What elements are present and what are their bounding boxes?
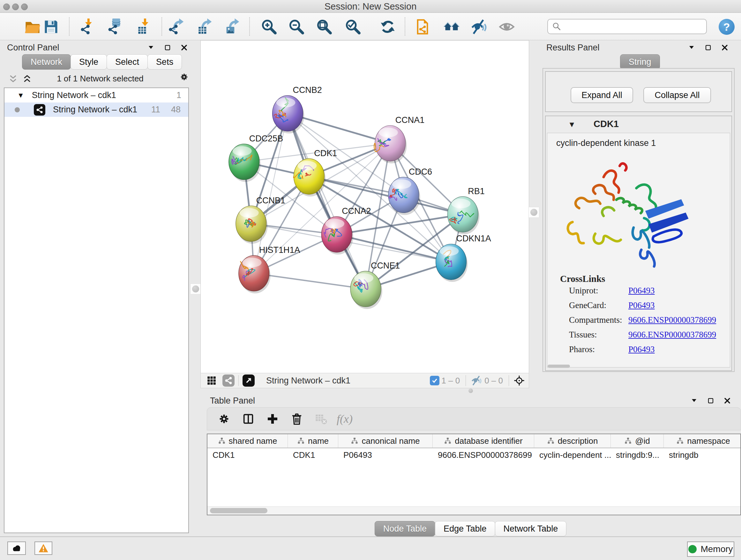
column-header-shared-name[interactable]: shared name <box>207 434 288 448</box>
crosslink-link[interactable]: 9606.ENSP00000378699 <box>628 330 716 340</box>
column-header-database-identifier[interactable]: database identifier <box>433 434 534 448</box>
network-node-cdkn1a[interactable]: CDKN1A <box>436 234 491 282</box>
export-table-button[interactable] <box>196 18 214 36</box>
share-view-icon[interactable] <box>222 374 234 387</box>
network-edge[interactable] <box>254 273 366 289</box>
help-icon: ? <box>724 21 730 33</box>
panel-close-icon[interactable] <box>721 44 729 52</box>
hidden-eye-slash-icon[interactable] <box>470 374 482 387</box>
column-header-namespace[interactable]: namespace <box>664 434 741 448</box>
memory-button[interactable]: Memory <box>687 542 734 557</box>
zoom-in-button[interactable] <box>260 18 278 36</box>
expand-all-button[interactable]: Expand All <box>570 87 633 103</box>
results-panel: Results Panel String Expand All Collapse… <box>539 40 741 388</box>
import-table-icon <box>136 18 152 35</box>
horizontal-splitter-handle[interactable] <box>468 388 473 393</box>
network-node-cdc6[interactable]: CDC6 <box>388 167 432 215</box>
gear-icon[interactable] <box>179 72 189 82</box>
right-splitter-handle[interactable] <box>529 207 539 218</box>
table-horizontal-scrollbar[interactable] <box>207 506 740 515</box>
tab-network[interactable]: Network <box>22 54 71 70</box>
panel-close-icon[interactable] <box>180 44 188 52</box>
horizontal-splitter[interactable] <box>200 388 741 393</box>
show-all-button[interactable] <box>498 18 516 36</box>
tab-network-table[interactable]: Network Table <box>495 521 567 537</box>
network-collection-label: String Network – cdk1 <box>32 90 116 100</box>
crosslink-link[interactable]: 9606.ENSP00000378699 <box>628 315 716 325</box>
collapse-caret-icon[interactable]: ▼ <box>568 120 576 129</box>
tab-node-table[interactable]: Node Table <box>375 521 435 537</box>
panel-close-icon[interactable] <box>723 396 731 405</box>
table-cell: P06493 <box>338 448 433 462</box>
warnings-button[interactable] <box>35 542 52 555</box>
panel-menu-caret-icon[interactable] <box>690 396 698 405</box>
network-node-ccna1[interactable]: CCNA1 <box>374 115 424 164</box>
search-field[interactable] <box>547 19 707 34</box>
scrollbar-thumb[interactable] <box>210 508 267 513</box>
hide-selected-button[interactable] <box>469 18 487 36</box>
network-collection-row[interactable]: ▼ String Network – cdk1 1 <box>4 88 188 103</box>
table-settings-gear-icon[interactable] <box>217 412 231 426</box>
tab-edge-table[interactable]: Edge Table <box>435 521 495 537</box>
selected-checkbox-icon[interactable] <box>430 376 440 385</box>
network-graph: CCNB2CCNA1CDC25BCDK1CDC6RB1CCNB1CCNA2CDK… <box>201 41 529 373</box>
panel-float-icon[interactable] <box>706 396 715 405</box>
panel-menu-caret-icon[interactable] <box>147 44 155 52</box>
search-input[interactable] <box>561 22 706 32</box>
network-node-rb1[interactable]: RB1 <box>448 186 484 235</box>
node-details-header[interactable]: ▼ CDK1 <box>546 116 731 132</box>
right-splitter[interactable] <box>529 40 539 388</box>
network-canvas[interactable]: CCNB2CCNA1CDC25BCDK1CDC6RB1CCNB1CCNA2CDK… <box>200 40 529 373</box>
tab-select[interactable]: Select <box>107 54 148 70</box>
column-header-name[interactable]: name <box>288 434 338 448</box>
left-splitter-handle[interactable] <box>190 284 201 294</box>
panel-float-icon[interactable] <box>163 44 172 52</box>
tab-sets[interactable]: Sets <box>147 54 182 70</box>
string-import-button[interactable] <box>414 18 431 36</box>
delete-column-icon[interactable] <box>289 412 304 426</box>
network-edge[interactable] <box>287 113 366 289</box>
tab-style[interactable]: Style <box>71 54 107 70</box>
toolbar-separator <box>69 17 70 36</box>
tree-caret-icon[interactable]: ▼ <box>17 91 24 100</box>
zoom-selected-button[interactable] <box>344 18 361 36</box>
network-node-ccnb1[interactable]: CCNB1 <box>236 196 285 244</box>
export-image-button[interactable] <box>223 18 241 36</box>
import-network-database-button[interactable] <box>107 18 125 36</box>
crosshair-icon[interactable] <box>513 374 526 387</box>
network-node-hist1h1a[interactable]: HIST1H1A <box>239 245 300 294</box>
network-row-selected[interactable]: String Network – cdk1 11 48 <box>4 103 188 117</box>
panel-float-icon[interactable] <box>704 44 712 52</box>
import-table-button[interactable] <box>135 18 153 36</box>
open-in-window-icon[interactable] <box>243 374 255 387</box>
column-header--id[interactable]: @id <box>611 434 664 448</box>
network-node-ccne1[interactable]: CCNE1 <box>350 261 400 309</box>
import-network-file-button[interactable] <box>79 18 97 36</box>
open-session-button[interactable] <box>23 18 42 36</box>
refresh-button[interactable] <box>379 18 397 36</box>
cloud-button[interactable] <box>7 542 26 555</box>
add-column-icon[interactable] <box>265 412 280 426</box>
column-header-description[interactable]: description <box>534 434 611 448</box>
collapse-all-button[interactable]: Collapse All <box>643 87 711 103</box>
network-node-ccnb2[interactable]: CCNB2 <box>273 85 322 133</box>
grid-view-icon[interactable] <box>205 374 218 387</box>
column-header-canonical-name[interactable]: canonical name <box>338 434 433 448</box>
crosslink-link[interactable]: P06493 <box>628 300 655 310</box>
help-button[interactable]: ? <box>719 19 735 35</box>
table-row[interactable]: CDK1CDK1P064939606.ENSP00000378699cyclin… <box>207 448 740 462</box>
crosslink-link[interactable]: P06493 <box>628 286 655 296</box>
tab-string[interactable]: String <box>620 54 660 70</box>
save-session-button[interactable] <box>42 18 60 36</box>
results-scrollbar[interactable] <box>548 365 570 368</box>
crosslink-link[interactable]: P06493 <box>628 345 655 354</box>
export-network-file-button[interactable] <box>168 18 186 36</box>
network-edge[interactable] <box>337 234 451 262</box>
zoom-fit-button[interactable] <box>315 18 333 36</box>
hidden-counter: 0 – 0 <box>484 376 503 386</box>
zoom-out-button[interactable] <box>287 18 305 36</box>
panel-menu-caret-icon[interactable] <box>687 44 696 52</box>
show-columns-icon[interactable] <box>241 412 256 426</box>
home-layout-button[interactable] <box>443 18 461 36</box>
table-toolbar: f(x) <box>207 408 741 430</box>
